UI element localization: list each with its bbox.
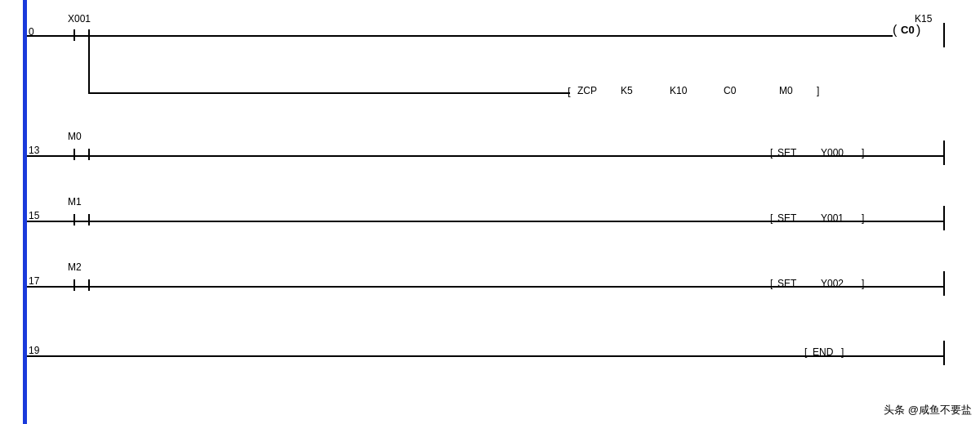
contact-m0-left-bar	[74, 149, 75, 160]
rung-13-main-line	[27, 155, 943, 157]
contact-m0-right-bar	[88, 149, 90, 160]
coil-open-paren: (	[893, 23, 897, 38]
rung-19-right-rail	[943, 341, 945, 365]
instr-set17-bracket-close: ]	[862, 278, 864, 289]
instr-set17-bracket-open: [	[770, 278, 773, 289]
instr-set13-bracket-open: [	[770, 147, 773, 158]
branch-horiz	[88, 92, 570, 94]
contact-m2-left-bar	[74, 279, 75, 291]
rung-17-main-line	[27, 286, 943, 288]
instr-y002-text: Y002	[821, 278, 844, 289]
rung-number-19: 19	[29, 345, 39, 356]
instr-c0-text: C0	[724, 85, 736, 96]
instr-zcp-bracket-close: ]	[817, 85, 819, 96]
instr-set13-text: SET	[777, 147, 796, 158]
contact-label-m1: M1	[68, 196, 82, 208]
rung-0-main-line	[27, 35, 893, 37]
coil-text-c0: C0	[901, 24, 915, 36]
contact-x001-left-bar	[74, 29, 75, 41]
instr-zcp-bracket-open: [	[568, 85, 571, 97]
coil-close-paren: )	[916, 23, 920, 38]
instr-y001-text: Y001	[821, 212, 844, 224]
rung-17-right-rail	[943, 271, 945, 296]
contact-m2-right-bar	[88, 279, 90, 291]
rung-15-right-rail	[943, 206, 945, 230]
instr-set13-bracket-close: ]	[862, 147, 864, 158]
instr-set15-text: SET	[777, 212, 796, 224]
instr-end-text: END	[813, 346, 833, 358]
instr-set15-bracket-open: [	[770, 212, 773, 224]
branch-down	[88, 35, 90, 92]
contact-label-x001: X001	[68, 13, 91, 25]
contact-m1-left-bar	[74, 214, 75, 225]
rung-13-right-rail	[943, 141, 945, 165]
rung-number-17: 17	[29, 275, 39, 287]
instr-y000-text: Y000	[821, 147, 844, 158]
instr-zcp-text: ZCP	[577, 85, 597, 96]
rung-number-15: 15	[29, 210, 39, 221]
contact-label-m2: M2	[68, 261, 82, 273]
rung-0-right-rail	[943, 23, 945, 47]
instr-end-bracket-close: ]	[841, 346, 844, 358]
instr-end-bracket-open: [	[804, 346, 807, 358]
instr-set15-bracket-close: ]	[862, 212, 864, 224]
ladder-diagram: 0 X001 K15 ( C0 ) [ ZCP K5 K10 C0 M0 ] 1…	[0, 0, 980, 424]
instr-k10-text: K10	[670, 85, 687, 96]
instr-k5-text: K5	[621, 85, 633, 96]
contact-m1-right-bar	[88, 214, 90, 225]
watermark: 头条 @咸鱼不要盐	[884, 403, 972, 417]
contact-label-m0: M0	[68, 131, 82, 142]
rung-15-main-line	[27, 221, 943, 222]
left-power-rail	[23, 0, 27, 424]
instr-set17-text: SET	[777, 278, 796, 289]
instr-m0-text: M0	[779, 85, 793, 96]
rung-number-13: 13	[29, 145, 39, 156]
